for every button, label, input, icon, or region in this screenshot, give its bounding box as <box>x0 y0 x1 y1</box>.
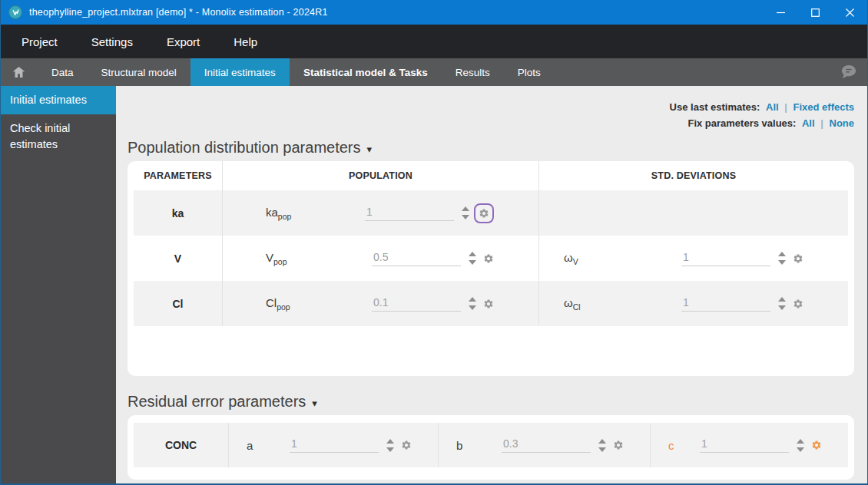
stepper-down-icon <box>386 447 394 452</box>
title-bar: theophylline_project.mlxtran [demo] * - … <box>1 0 867 25</box>
value-stepper[interactable] <box>469 252 476 265</box>
separator: | <box>784 101 787 113</box>
stepper-down-icon <box>598 447 606 452</box>
pop-param-label: kapop <box>266 206 291 221</box>
v-pop-value-input[interactable]: 0.5 <box>372 251 461 266</box>
feedback-bubble-icon[interactable] <box>840 58 867 86</box>
estimates-links: Use last estimates: All | Fixed effects … <box>128 99 854 131</box>
collapse-caret-icon: ▾ <box>367 144 373 155</box>
pop-param-label: Clpop <box>266 296 290 312</box>
menu-bar: Project Settings Export Help <box>1 25 867 58</box>
cl-pop-value-input[interactable]: 0.1 <box>372 296 461 312</box>
maximize-button[interactable] <box>798 0 833 25</box>
population-table-header: PARAMETERS POPULATION STD. DEVIATIONS <box>134 161 848 190</box>
column-header-parameters: PARAMETERS <box>134 161 223 190</box>
main-content: Use last estimates: All | Fixed effects … <box>116 86 867 483</box>
error-param-b-label: b <box>456 439 462 452</box>
param-name: ka <box>134 190 223 236</box>
stepper-down-icon <box>462 215 469 219</box>
menu-project[interactable]: Project <box>22 35 58 48</box>
omega-v-settings-gear-icon[interactable] <box>793 253 803 264</box>
fix-all-link[interactable]: All <box>802 117 815 129</box>
stepper-up-icon <box>797 439 804 444</box>
std-param-label: ωCl <box>564 296 581 312</box>
ka-pop-settings-gear-icon[interactable] <box>474 203 494 223</box>
stepper-up-icon <box>469 252 476 256</box>
c-settings-gear-icon[interactable] <box>811 440 822 450</box>
window-title: theophylline_project.mlxtran [demo] * - … <box>29 7 328 18</box>
value-stepper[interactable] <box>462 206 469 219</box>
population-card: PARAMETERS POPULATION STD. DEVIATIONS ka… <box>128 161 854 376</box>
value-stepper[interactable] <box>797 439 804 452</box>
stepper-up-icon <box>778 297 786 302</box>
fix-none-link[interactable]: None <box>830 117 855 129</box>
stepper-down-icon <box>797 447 804 452</box>
tab-initial-estimates[interactable]: Initial estimates <box>190 58 290 86</box>
residual-section-title[interactable]: Residual error parameters ▾ <box>128 393 854 411</box>
param-name: Cl <box>134 281 223 326</box>
tab-structural-model[interactable]: Structural model <box>88 58 190 86</box>
table-row-conc: CONC a 1 b 0.3 <box>134 423 848 467</box>
param-name: V <box>134 236 223 281</box>
separator: | <box>820 117 823 129</box>
tab-results[interactable]: Results <box>442 58 504 86</box>
table-row-cl: Cl Clpop 0.1 ωCl 1 <box>134 281 848 326</box>
stepper-up-icon <box>598 439 606 444</box>
c-value-input[interactable]: 1 <box>700 437 789 453</box>
population-section-title[interactable]: Population distribution parameters ▾ <box>128 139 854 157</box>
table-row-v: V Vpop 0.5 ωV 1 <box>134 236 848 281</box>
omega-v-value-input[interactable]: 1 <box>681 251 770 266</box>
value-stepper[interactable] <box>469 297 476 310</box>
tab-statistical-model-tasks[interactable]: Statistical model & Tasks <box>290 58 442 86</box>
ka-pop-value-input[interactable]: 1 <box>365 206 454 221</box>
stepper-up-icon <box>469 297 476 302</box>
use-last-all-link[interactable]: All <box>766 101 779 113</box>
menu-export[interactable]: Export <box>167 35 200 48</box>
tab-bar: Data Structural model Initial estimates … <box>1 58 867 86</box>
column-header-std-deviations: STD. DEVIATIONS <box>539 161 848 190</box>
stepper-down-icon <box>778 305 786 310</box>
stepper-down-icon <box>469 260 476 265</box>
stepper-up-icon <box>462 206 469 211</box>
b-settings-gear-icon[interactable] <box>613 440 624 450</box>
value-stepper[interactable] <box>386 439 394 452</box>
value-stepper[interactable] <box>778 297 786 310</box>
use-last-fixed-effects-link[interactable]: Fixed effects <box>793 101 854 113</box>
error-param-c-label: c <box>668 439 674 452</box>
home-icon[interactable] <box>1 58 38 86</box>
sidebar-item-initial-estimates[interactable]: Initial estimates <box>1 86 116 114</box>
a-value-input[interactable]: 1 <box>290 437 379 453</box>
value-stepper[interactable] <box>778 252 786 265</box>
app-window: theophylline_project.mlxtran [demo] * - … <box>0 0 868 485</box>
value-stepper[interactable] <box>598 439 606 452</box>
output-name: CONC <box>134 423 229 467</box>
menu-help[interactable]: Help <box>234 35 257 48</box>
std-param-label: ωV <box>564 251 578 266</box>
column-header-population: POPULATION <box>223 161 539 190</box>
monolix-logo-icon <box>8 5 22 19</box>
empty-std-cell <box>539 190 848 236</box>
menu-settings[interactable]: Settings <box>91 35 133 48</box>
pop-param-label: Vpop <box>266 251 287 266</box>
table-row-ka: ka kapop 1 <box>134 190 848 236</box>
close-button[interactable] <box>833 0 867 25</box>
sidebar-item-check-initial-estimates[interactable]: Check initial estimates <box>1 114 116 159</box>
fix-parameters-label: Fix parameters values: <box>687 117 796 129</box>
minimize-button[interactable] <box>764 0 798 25</box>
a-settings-gear-icon[interactable] <box>401 440 412 450</box>
v-pop-settings-gear-icon[interactable] <box>483 253 494 264</box>
stepper-up-icon <box>778 252 786 256</box>
b-value-input[interactable]: 0.3 <box>502 437 591 453</box>
collapse-caret-icon: ▾ <box>312 398 317 409</box>
error-param-a-label: a <box>247 439 253 452</box>
stepper-down-icon <box>469 305 476 310</box>
omega-cl-settings-gear-icon[interactable] <box>793 299 803 309</box>
cl-pop-settings-gear-icon[interactable] <box>483 299 494 309</box>
sidebar: Initial estimates Check initial estimate… <box>1 86 116 483</box>
residual-card: CONC a 1 b 0.3 <box>128 415 854 480</box>
use-last-estimates-label: Use last estimates: <box>670 101 760 113</box>
tab-data[interactable]: Data <box>38 58 88 86</box>
stepper-up-icon <box>386 439 394 444</box>
tab-plots[interactable]: Plots <box>504 58 555 86</box>
omega-cl-value-input[interactable]: 1 <box>681 296 770 312</box>
